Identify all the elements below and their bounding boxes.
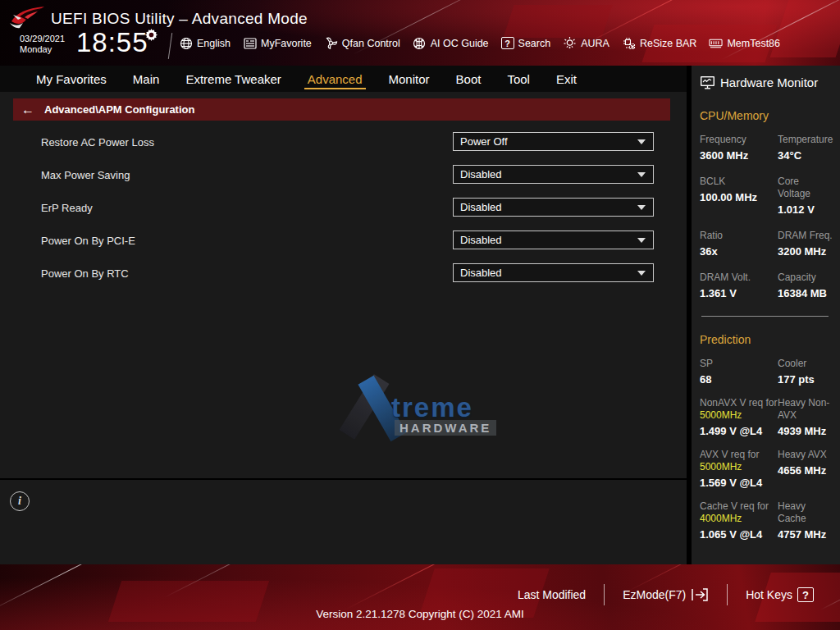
- main-content: ← Advanced\APM Configuration Restore AC …: [0, 92, 687, 478]
- last-modified-label: Last Modified: [518, 588, 586, 601]
- watermark-subtext: HARDWARE: [395, 420, 496, 436]
- setting-row: Restore AC Power Loss Power Off: [0, 132, 687, 165]
- watermark-text: treme: [391, 392, 473, 423]
- ezmode-button[interactable]: EzMode(F7): [605, 588, 727, 601]
- settings-list: Restore AC Power Loss Power Off Max Powe…: [0, 132, 687, 296]
- myfavorite-icon: [243, 36, 257, 50]
- quick-item-label: Search: [518, 38, 551, 49]
- setting-row: ErP Ready Disabled: [0, 198, 687, 231]
- readout-frequency: Frequency3600 MHz: [700, 134, 778, 162]
- help-info-panel: i: [0, 480, 687, 564]
- back-arrow-icon[interactable]: ←: [21, 103, 34, 117]
- aura-icon: [563, 36, 577, 50]
- max-power-saving-dropdown[interactable]: Disabled: [453, 165, 654, 184]
- erp-ready-dropdown[interactable]: Disabled: [453, 198, 654, 217]
- myfavorite-button[interactable]: MyFavorite: [243, 36, 312, 50]
- readout-temperature: Temperature34°C: [778, 134, 833, 162]
- readout-cache-vreq: Cache V req for 4000MHz 1.065 V @L4: [700, 500, 778, 541]
- readout-avx-vreq: AVX V req for 5000MHz 1.569 V @L4: [700, 449, 778, 489]
- quick-item-label: English: [197, 38, 231, 49]
- quick-item-label: ReSize BAR: [640, 38, 696, 49]
- quick-item-label: AI OC Guide: [431, 38, 489, 49]
- menu-tab-bar: My Favorites Main Extreme Tweaker Advanc…: [0, 66, 687, 92]
- ezmode-exit-icon: [691, 588, 709, 601]
- breadcrumb-path: Advanced\APM Configuration: [44, 103, 194, 116]
- tab-my-favorites[interactable]: My Favorites: [23, 66, 120, 92]
- search-button[interactable]: ? Search: [501, 37, 551, 49]
- dropdown-value: Disabled: [460, 201, 637, 213]
- aura-button[interactable]: AURA: [563, 36, 609, 50]
- time-settings-gear-icon[interactable]: [145, 29, 158, 41]
- tab-tool[interactable]: Tool: [494, 66, 543, 92]
- texture-block: [504, 5, 613, 38]
- date-display: 03/29/2021 Monday: [20, 34, 65, 55]
- tab-boot[interactable]: Boot: [443, 66, 495, 92]
- qfan-control-button[interactable]: Qfan Control: [324, 36, 400, 50]
- readout-heavy-cache: Heavy Cache4757 MHz: [778, 500, 833, 541]
- quick-item-label: Qfan Control: [342, 38, 400, 49]
- dropdown-value: Disabled: [460, 267, 637, 279]
- footer-links: Last Modified EzMode(F7) Hot Keys ?: [500, 584, 832, 605]
- power-on-by-rtc-dropdown[interactable]: Disabled: [453, 263, 654, 282]
- chevron-down-icon: [637, 172, 646, 177]
- setting-label: Max Power Saving: [41, 169, 453, 181]
- header-divider: [168, 33, 172, 59]
- dropdown-value: Disabled: [460, 234, 637, 246]
- quick-access-row: English MyFavorite Qfan Control AI OC Gu…: [179, 36, 780, 50]
- quick-item-label: AURA: [581, 38, 609, 49]
- hot-keys-label: Hot Keys: [746, 588, 792, 601]
- language-button[interactable]: English: [179, 36, 231, 50]
- dropdown-value: Power Off: [460, 135, 637, 148]
- quick-item-label: MemTest86: [727, 38, 780, 49]
- readout-core-voltage: Core Voltage1.012 V: [778, 176, 833, 216]
- ai-oc-guide-button[interactable]: AI OC Guide: [413, 36, 489, 50]
- readout-dram-freq: DRAM Freq.3200 MHz: [778, 230, 833, 258]
- top-banner: UEFI BIOS Utility – Advanced Mode 03/29/…: [0, 0, 840, 66]
- setting-row: Max Power Saving Disabled: [0, 165, 687, 198]
- chevron-down-icon: [637, 139, 646, 144]
- time-display: 18:55: [76, 27, 148, 58]
- hardware-monitor-title: Hardware Monitor: [720, 75, 818, 89]
- readout-heavy-avx: Heavy AVX4656 MHz: [778, 449, 833, 489]
- hot-keys-button[interactable]: Hot Keys ?: [728, 587, 832, 602]
- readout-sp: SP68: [700, 358, 778, 386]
- search-icon: ?: [501, 37, 514, 49]
- breadcrumb[interactable]: ← Advanced\APM Configuration: [13, 98, 670, 121]
- ai-oc-icon: [413, 36, 427, 50]
- hardware-monitor-header: Hardware Monitor: [700, 75, 833, 89]
- quick-item-label: MyFavorite: [261, 38, 312, 49]
- rog-logo: [8, 3, 48, 31]
- app-title: UEFI BIOS Utility – Advanced Mode: [51, 10, 308, 28]
- tab-main[interactable]: Main: [120, 66, 173, 92]
- restore-ac-power-loss-dropdown[interactable]: Power Off: [453, 132, 654, 151]
- resize-bar-button[interactable]: ReSize BAR: [622, 36, 696, 50]
- chevron-down-icon: [637, 205, 646, 210]
- setting-label: Restore AC Power Loss: [41, 136, 453, 148]
- setting-label: Power On By RTC: [41, 267, 453, 280]
- readout-cooler: Cooler177 pts: [778, 358, 833, 386]
- tab-exit[interactable]: Exit: [543, 66, 590, 92]
- monitor-icon: [700, 75, 715, 89]
- readout-ratio: Ratio36x: [700, 230, 778, 258]
- setting-row: Power On By RTC Disabled: [0, 263, 687, 296]
- bios-screen: UEFI BIOS Utility – Advanced Mode 03/29/…: [0, 0, 840, 630]
- power-on-by-pcie-dropdown[interactable]: Disabled: [453, 231, 654, 249]
- hardware-monitor-panel: Hardware Monitor CPU/Memory Frequency360…: [692, 66, 840, 565]
- chevron-down-icon: [637, 271, 646, 276]
- resize-bar-icon: [622, 36, 636, 50]
- setting-label: ErP Ready: [41, 202, 453, 214]
- ezmode-label: EzMode(F7): [623, 588, 686, 601]
- version-text: Version 2.21.1278 Copyright (C) 2021 AMI: [0, 608, 840, 620]
- readout-bclk: BCLK100.00 MHz: [700, 176, 778, 216]
- qfan-icon: [324, 36, 338, 50]
- prediction-section-title: Prediction: [700, 333, 833, 346]
- tab-monitor[interactable]: Monitor: [376, 66, 443, 92]
- tab-extreme-tweaker[interactable]: Extreme Tweaker: [172, 66, 294, 92]
- last-modified-button[interactable]: Last Modified: [500, 588, 604, 601]
- sidebar-divider: [701, 316, 829, 317]
- tab-advanced[interactable]: Advanced: [294, 66, 376, 92]
- cpu-memory-section-title: CPU/Memory: [700, 109, 833, 122]
- memtest86-button[interactable]: MemTest86: [709, 36, 780, 50]
- readout-dram-volt: DRAM Volt.1.361 V: [700, 272, 778, 299]
- memtest-icon: [709, 36, 723, 50]
